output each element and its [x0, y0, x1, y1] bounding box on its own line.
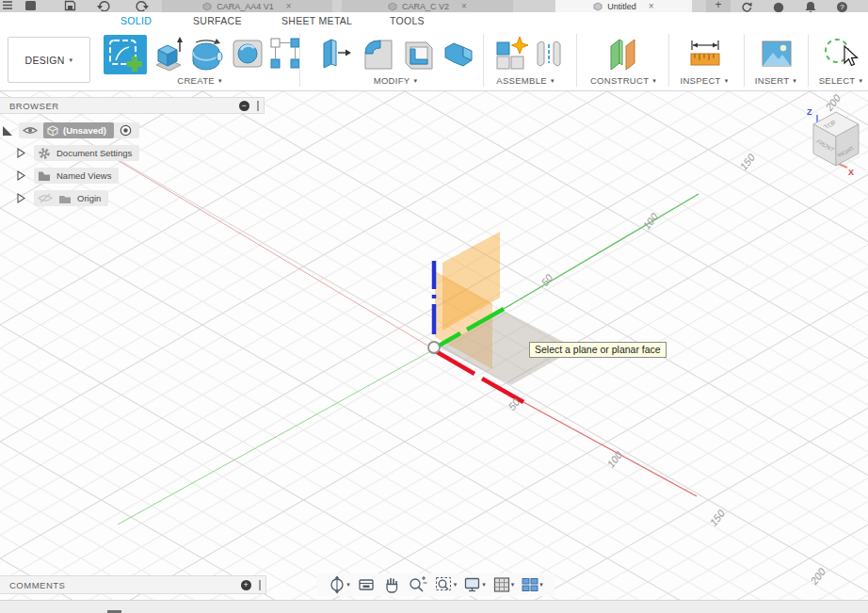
extrude-button[interactable] — [151, 35, 185, 78]
display-settings-icon — [463, 575, 482, 594]
expand-arrow-icon[interactable] — [17, 193, 25, 203]
browser-row-document-settings[interactable]: Document Settings — [17, 145, 139, 161]
pan-hand-icon — [382, 575, 401, 594]
create-sketch-button[interactable] — [104, 35, 147, 74]
group-divider — [668, 34, 669, 87]
document-tab-label: CARA_C V2 — [402, 2, 449, 11]
look-at-icon — [357, 575, 376, 594]
group-label-inspect[interactable]: INSPECT▾ — [680, 75, 728, 86]
browser-row-origin[interactable]: Origin — [17, 190, 108, 206]
viewports-tool[interactable]: ▾ — [521, 575, 543, 594]
panel-resize-grip[interactable] — [257, 101, 259, 111]
press-pull-button[interactable] — [318, 35, 354, 78]
expand-arrow-icon[interactable] — [17, 170, 25, 181]
group-label-select[interactable]: SELECT▾ — [819, 75, 863, 86]
gear-icon — [38, 147, 51, 160]
group-label-insert[interactable]: INSERT▾ — [755, 75, 796, 86]
ribbon-tab-surface[interactable]: SURFACE — [193, 15, 242, 26]
look-at-tool[interactable] — [357, 575, 376, 594]
document-tab[interactable]: CARA_AA4 V1 × — [162, 0, 332, 12]
redo-icon[interactable] — [135, 0, 150, 11]
grid-icon — [492, 575, 511, 594]
shell-button[interactable] — [401, 35, 437, 78]
group-label-assemble[interactable]: ASSEMBLE▾ — [496, 75, 554, 86]
insert-image-button[interactable] — [759, 35, 795, 78]
joint-button[interactable] — [533, 35, 565, 78]
orbit-tool[interactable]: ▾ — [328, 575, 350, 594]
help-icon[interactable]: ? — [837, 2, 847, 12]
chevron-down-icon: ▾ — [218, 77, 222, 85]
group-divider — [483, 34, 484, 87]
combine-button[interactable] — [441, 35, 476, 78]
job-status-icon[interactable] — [773, 2, 784, 13]
visibility-eye-icon[interactable] — [23, 125, 38, 136]
fit-tool[interactable]: ▾ — [435, 575, 458, 594]
document-cube-icon — [202, 2, 212, 11]
browser-panel-header[interactable]: BROWSER − — [0, 97, 265, 114]
primitive-box-button[interactable] — [230, 35, 265, 78]
expand-corner-icon[interactable] — [2, 125, 13, 137]
fillet-button[interactable] — [360, 35, 397, 78]
rectangular-pattern-button[interactable] — [269, 35, 301, 78]
grid-and-snaps-tool[interactable]: ▾ — [492, 575, 515, 594]
chevron-down-icon[interactable]: ▾ — [511, 581, 515, 589]
display-settings-tool[interactable]: ▾ — [463, 575, 486, 594]
document-tab-label: CARA_AA4 V1 — [217, 2, 274, 11]
navigation-toolbar: ▾ ▾ ▾ ▾ ▾ — [316, 573, 555, 596]
revolve-button[interactable] — [188, 35, 224, 78]
chevron-down-icon[interactable]: ▾ — [454, 581, 458, 589]
chevron-down-icon[interactable]: ▾ — [539, 581, 543, 589]
chevron-down-icon: ▾ — [551, 77, 555, 85]
save-icon[interactable] — [64, 0, 76, 11]
design-workspace-dropdown[interactable]: DESIGN ▾ — [8, 37, 90, 83]
origin-point[interactable] — [428, 342, 440, 353]
document-tab-label: Untitled — [607, 2, 636, 11]
group-label-modify[interactable]: MODIFY▾ — [374, 75, 418, 86]
add-comment-icon[interactable]: + — [241, 580, 251, 590]
titlebar-right-icons: ? — [734, 0, 868, 12]
browser-item-label: Origin — [77, 193, 101, 203]
zoom-icon — [408, 575, 428, 594]
group-label-create[interactable]: CREATE▾ — [177, 75, 221, 86]
root-component[interactable]: (Unsaved) — [43, 122, 114, 138]
new-document-button[interactable]: + — [706, 0, 731, 12]
viewports-icon — [521, 575, 539, 594]
group-divider — [576, 34, 577, 87]
sync-icon[interactable] — [740, 1, 752, 12]
group-label-construct[interactable]: CONSTRUCT▾ — [590, 75, 656, 86]
document-tab[interactable]: CARA_C V2 × — [342, 0, 513, 12]
ribbon-tab-sheet-metal[interactable]: SHEET METAL — [281, 15, 352, 26]
file-icon[interactable] — [24, 0, 37, 11]
visibility-off-eye-icon[interactable] — [38, 193, 53, 203]
activate-component-radio-icon[interactable] — [120, 124, 132, 137]
browser-root-row[interactable]: (Unsaved) — [0, 122, 139, 138]
document-cube-icon — [388, 2, 397, 11]
chevron-down-icon[interactable]: ▾ — [482, 581, 486, 589]
zoom-tool[interactable] — [408, 575, 428, 594]
viewcube-z-label: Z — [807, 107, 812, 117]
undo-icon[interactable] — [96, 0, 111, 11]
expand-arrow-icon[interactable] — [17, 148, 25, 158]
new-component-button[interactable] — [493, 35, 531, 78]
panel-resize-grip[interactable] — [259, 580, 261, 590]
close-tab-icon[interactable]: × — [286, 1, 292, 11]
collapse-panel-icon[interactable]: − — [239, 101, 249, 111]
chevron-down-icon: ▾ — [70, 56, 73, 64]
close-tab-icon[interactable]: × — [649, 1, 654, 11]
app-menu-icon[interactable] — [2, 0, 13, 11]
notification-bell-icon[interactable] — [805, 1, 816, 12]
browser-row-named-views[interactable]: Named Views — [17, 168, 119, 184]
measure-button[interactable] — [687, 35, 723, 78]
chevron-down-icon[interactable]: ▾ — [346, 581, 350, 589]
pan-tool[interactable] — [382, 575, 401, 594]
construct-plane-button[interactable] — [606, 35, 640, 78]
close-tab-icon[interactable]: × — [461, 1, 467, 11]
group-divider — [744, 34, 745, 87]
document-tab-active[interactable]: Untitled × — [555, 0, 692, 12]
comments-panel-header[interactable]: COMMENTS + — [0, 575, 266, 594]
ribbon-tab-tools[interactable]: TOOLS — [390, 15, 425, 26]
ribbon-tab-solid[interactable]: SOLID — [121, 15, 152, 26]
orbit-icon — [328, 575, 346, 594]
fit-icon — [435, 575, 454, 594]
viewport-canvas[interactable]: 50 100 150 200 50 100 150 200 TOP FRONT … — [0, 91, 868, 600]
